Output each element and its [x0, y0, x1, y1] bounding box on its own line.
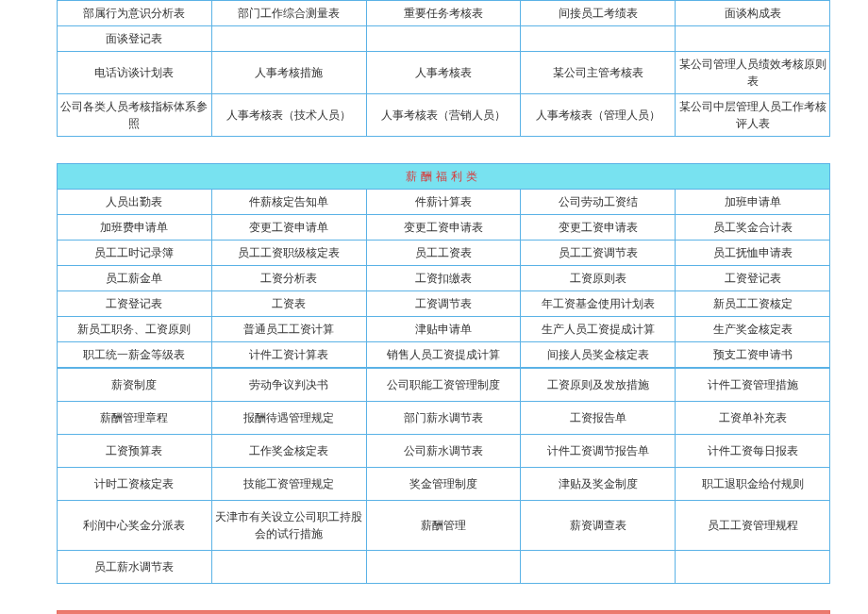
section-header: 管理制度类	[58, 611, 830, 615]
table-header-row: 管理制度类	[58, 611, 830, 615]
cell: 工资登记表	[58, 291, 212, 317]
cell: 工资分析表	[211, 266, 366, 291]
cell: 劳动争议判决书	[211, 369, 366, 402]
table-row: 新员工职务、工资原则 普通员工工资计算 津贴申请单 生产人员工资提成计算 生产奖…	[58, 317, 830, 342]
cell: 人事考核表（营销人员）	[366, 94, 521, 137]
table-row: 员工薪金单 工资分析表 工资扣缴表 工资原则表 工资登记表	[58, 266, 830, 291]
table-header-row: 薪酬福利类	[58, 164, 830, 190]
cell: 工资登记表	[676, 266, 830, 291]
cell: 工资原则及发放措施	[521, 369, 676, 402]
cell: 员工奖金合计表	[676, 215, 830, 241]
table-row: 部属行为意识分析表 部门工作综合测量表 重要任务考核表 间接员工考绩表 面谈构成…	[58, 1, 830, 26]
cell: 计件工资调节报告单	[521, 435, 676, 468]
table-row: 加班费申请单 变更工资申请单 变更工资申请表 变更工资申请表 员工奖金合计表	[58, 215, 830, 241]
cell: 工资扣缴表	[366, 266, 521, 291]
cell: 薪酬管理	[366, 501, 521, 551]
cell: 员工工资管理规程	[676, 501, 830, 551]
cell: 员工薪金单	[58, 266, 212, 291]
cell	[366, 26, 521, 52]
table-row: 薪酬管理章程 报酬待遇管理规定 部门薪水调节表 工资报告单 工资单补充表	[58, 402, 830, 435]
cell: 津贴及奖金制度	[521, 468, 676, 501]
cell: 计件工资管理措施	[676, 369, 830, 402]
cell: 公司薪水调节表	[366, 435, 521, 468]
table-row: 员工工时记录簿 员工工资职级核定表 员工工资表 员工工资调节表 员工抚恤申请表	[58, 241, 830, 266]
cell: 计件工资每日报表	[676, 435, 830, 468]
cell: 津贴申请单	[366, 317, 521, 342]
cell: 销售人员工资提成计算	[366, 342, 521, 368]
table-row: 员工薪水调节表	[58, 551, 830, 584]
table-management-system: 管理制度类 合理化建议管理条例 人力资源管理理念与规划 员工加班规定 公司考勤制…	[57, 610, 830, 614]
cell: 职工退职金给付规则	[676, 468, 830, 501]
cell: 普通员工工资计算	[211, 317, 366, 342]
cell: 员工工时记录簿	[58, 241, 212, 266]
table-row: 电话访谈计划表 人事考核措施 人事考核表 某公司主管考核表 某公司管理人员绩效考…	[58, 52, 830, 94]
cell: 职工统一薪金等级表	[58, 342, 212, 368]
cell	[211, 26, 366, 52]
cell: 部属行为意识分析表	[58, 1, 212, 26]
cell: 面谈登记表	[58, 26, 212, 52]
table-row: 面谈登记表	[58, 26, 830, 52]
cell	[521, 551, 676, 584]
cell: 员工工资职级核定表	[211, 241, 366, 266]
cell: 年工资基金使用计划表	[521, 291, 676, 317]
cell: 工资表	[211, 291, 366, 317]
cell: 变更工资申请单	[211, 215, 366, 241]
table-row: 职工统一薪金等级表 计件工资计算表 销售人员工资提成计算 间接人员奖金核定表 预…	[58, 342, 830, 368]
cell: 报酬待遇管理规定	[211, 402, 366, 435]
cell: 计时工资核定表	[58, 468, 212, 501]
cell: 人事考核表	[366, 52, 521, 94]
cell: 计件工资计算表	[211, 342, 366, 368]
cell: 部门工作综合测量表	[211, 1, 366, 26]
cell: 某公司主管考核表	[521, 52, 676, 94]
cell: 工资预算表	[58, 435, 212, 468]
cell: 工作奖金核定表	[211, 435, 366, 468]
cell: 利润中心奖金分派表	[58, 501, 212, 551]
cell: 人事考核表（技术人员）	[211, 94, 366, 137]
cell: 人事考核表（管理人员）	[521, 94, 676, 137]
cell: 薪资制度	[58, 369, 212, 402]
cell: 生产奖金核定表	[676, 317, 830, 342]
cell: 间接员工考绩表	[521, 1, 676, 26]
cell: 电话访谈计划表	[58, 52, 212, 94]
cell: 面谈构成表	[676, 1, 830, 26]
cell: 间接人员奖金核定表	[521, 342, 676, 368]
cell: 新员工工资核定	[676, 291, 830, 317]
section-header: 薪酬福利类	[58, 164, 830, 190]
cell: 公司各类人员考核指标体系参照	[58, 94, 212, 137]
cell: 某公司中层管理人员工作考核评人表	[676, 94, 830, 137]
cell: 天津市有关设立公司职工持股会的试行措施	[211, 501, 366, 551]
cell: 重要任务考核表	[366, 1, 521, 26]
cell: 人事考核措施	[211, 52, 366, 94]
cell: 员工抚恤申请表	[676, 241, 830, 266]
cell: 公司职能工资管理制度	[366, 369, 521, 402]
cell: 预支工资申请书	[676, 342, 830, 368]
cell: 工资报告单	[521, 402, 676, 435]
table-salary-supplement: 薪资制度 劳动争议判决书 公司职能工资管理制度 工资原则及发放措施 计件工资管理…	[57, 368, 830, 584]
cell: 工资单补充表	[676, 402, 830, 435]
table-row: 薪资制度 劳动争议判决书 公司职能工资管理制度 工资原则及发放措施 计件工资管理…	[58, 369, 830, 402]
cell: 新员工职务、工资原则	[58, 317, 212, 342]
table-salary-welfare: 薪酬福利类 人员出勤表 件薪核定告知单 件薪计算表 公司劳动工资结 加班申请单 …	[57, 163, 830, 368]
cell: 技能工资管理规定	[211, 468, 366, 501]
cell: 员工薪水调节表	[58, 551, 212, 584]
cell: 件薪核定告知单	[211, 190, 366, 215]
cell: 部门薪水调节表	[366, 402, 521, 435]
cell: 加班费申请单	[58, 215, 212, 241]
cell	[366, 551, 521, 584]
cell: 奖金管理制度	[366, 468, 521, 501]
table-row: 人员出勤表 件薪核定告知单 件薪计算表 公司劳动工资结 加班申请单	[58, 190, 830, 215]
cell: 员工工资表	[366, 241, 521, 266]
cell: 变更工资申请表	[366, 215, 521, 241]
table-row: 计时工资核定表 技能工资管理规定 奖金管理制度 津贴及奖金制度 职工退职金给付规…	[58, 468, 830, 501]
table-row: 工资登记表 工资表 工资调节表 年工资基金使用计划表 新员工工资核定	[58, 291, 830, 317]
cell	[676, 26, 830, 52]
cell: 变更工资申请表	[521, 215, 676, 241]
cell: 工资原则表	[521, 266, 676, 291]
cell: 某公司管理人员绩效考核原则表	[676, 52, 830, 94]
table-row: 工资预算表 工作奖金核定表 公司薪水调节表 计件工资调节报告单 计件工资每日报表	[58, 435, 830, 468]
cell: 加班申请单	[676, 190, 830, 215]
table-row: 公司各类人员考核指标体系参照 人事考核表（技术人员） 人事考核表（营销人员） 人…	[58, 94, 830, 137]
table-assessment: 部属行为意识分析表 部门工作综合测量表 重要任务考核表 间接员工考绩表 面谈构成…	[57, 0, 830, 137]
table-row: 利润中心奖金分派表 天津市有关设立公司职工持股会的试行措施 薪酬管理 薪资调查表…	[58, 501, 830, 551]
cell: 人员出勤表	[58, 190, 212, 215]
